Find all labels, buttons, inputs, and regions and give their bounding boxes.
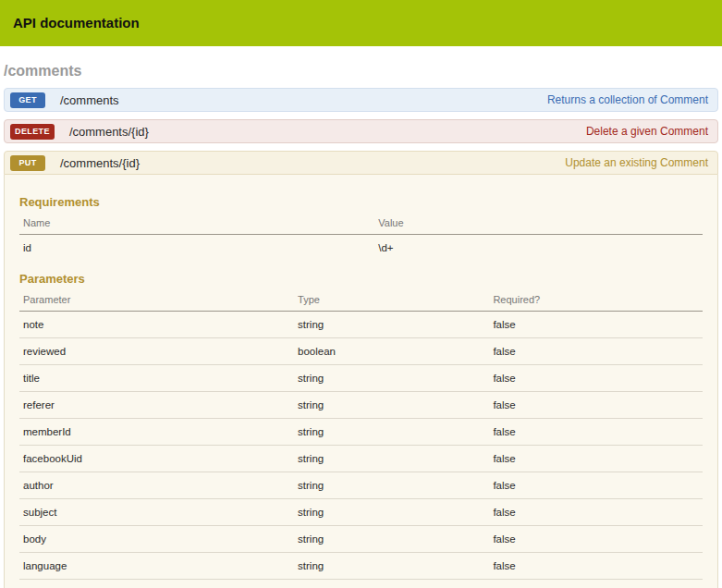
parameter-row: subject string false <box>19 499 703 526</box>
parameter-name: reviewed <box>19 338 294 365</box>
resource-section-title: /comments <box>4 63 718 80</box>
content-area: /comments GET /comments Returns a collec… <box>0 63 722 588</box>
operation-get-comments: GET /comments Returns a collection of Co… <box>4 88 718 112</box>
parameter-required: false <box>489 472 703 499</box>
parameter-required: false <box>489 392 703 419</box>
parameter-type: string <box>294 446 489 472</box>
parameters-col-type: Type <box>294 288 489 312</box>
parameters-col-parameter: Parameter <box>19 288 294 312</box>
parameter-required: false <box>489 526 703 553</box>
requirement-value: \d+ <box>374 235 703 262</box>
app-header: API documentation <box>0 0 722 46</box>
operation-detail-panel: Requirements Name Value id \d+ Parameter… <box>4 175 718 588</box>
http-method-badge-delete: DELETE <box>10 124 55 140</box>
page-title: API documentation <box>13 15 709 31</box>
parameter-name: staffId <box>19 580 294 588</box>
requirements-heading: Requirements <box>19 195 703 209</box>
parameter-required: false <box>489 338 703 365</box>
parameter-type: string <box>294 499 489 526</box>
parameter-required: false <box>489 365 703 392</box>
operation-put-comment: PUT /comments/{id} Update an existing Co… <box>4 151 718 588</box>
parameter-row: staffId string false <box>19 580 703 588</box>
operation-header-put[interactable]: PUT /comments/{id} Update an existing Co… <box>4 151 718 175</box>
parameter-type: boolean <box>294 338 489 365</box>
operation-description-link-delete[interactable]: Delete a given Comment <box>586 125 708 138</box>
parameter-type: string <box>294 526 489 553</box>
parameter-row: language string false <box>19 553 703 580</box>
parameter-row: note string false <box>19 312 703 338</box>
operation-path-put: /comments/{id} <box>60 156 140 170</box>
parameter-row: referer string false <box>19 392 703 419</box>
parameter-row: facebookUid string false <box>19 446 703 472</box>
requirements-col-value: Value <box>374 211 703 235</box>
parameter-name: facebookUid <box>19 446 294 472</box>
parameter-row: reviewed boolean false <box>19 338 703 365</box>
parameter-row: memberId string false <box>19 419 703 446</box>
operation-delete-comment: DELETE /comments/{id} Delete a given Com… <box>4 119 718 143</box>
parameter-type: string <box>294 580 489 588</box>
parameters-table: Parameter Type Required? note string fal… <box>19 288 703 588</box>
parameter-name: note <box>19 312 294 338</box>
parameter-required: false <box>489 580 703 588</box>
requirements-table: Name Value id \d+ <box>19 211 703 261</box>
operation-path-delete: /comments/{id} <box>69 125 149 139</box>
parameter-type: string <box>294 312 489 338</box>
parameter-row: body string false <box>19 526 703 553</box>
requirement-row: id \d+ <box>19 235 703 262</box>
parameter-name: memberId <box>19 419 294 446</box>
operation-description-link-get[interactable]: Returns a collection of Comment <box>547 93 708 106</box>
parameter-row: title string false <box>19 365 703 392</box>
requirements-header-row: Name Value <box>19 211 703 235</box>
parameter-name: title <box>19 365 294 392</box>
parameter-required: false <box>489 553 703 580</box>
operation-path-get: /comments <box>60 93 119 107</box>
parameter-name: author <box>19 472 294 499</box>
requirements-col-name: Name <box>19 211 374 235</box>
parameter-row: author string false <box>19 472 703 499</box>
operation-header-get[interactable]: GET /comments Returns a collection of Co… <box>4 88 718 112</box>
parameter-type: string <box>294 472 489 499</box>
parameter-type: string <box>294 392 489 419</box>
parameter-type: string <box>294 419 489 446</box>
parameter-required: false <box>489 312 703 338</box>
parameter-type: string <box>294 553 489 580</box>
operation-header-delete[interactable]: DELETE /comments/{id} Delete a given Com… <box>4 119 718 143</box>
parameter-required: false <box>489 446 703 472</box>
parameter-name: language <box>19 553 294 580</box>
parameter-required: false <box>489 499 703 526</box>
parameter-required: false <box>489 419 703 446</box>
operation-description-link-put[interactable]: Update an existing Comment <box>565 156 708 169</box>
http-method-badge-put: PUT <box>10 155 45 171</box>
parameter-type: string <box>294 365 489 392</box>
parameters-heading: Parameters <box>19 272 703 286</box>
parameters-header-row: Parameter Type Required? <box>19 288 703 312</box>
parameter-name: referer <box>19 392 294 419</box>
parameters-col-required: Required? <box>489 288 703 312</box>
parameters-table-body: note string false reviewed boolean false… <box>19 312 703 588</box>
requirement-name: id <box>19 235 374 262</box>
parameter-name: body <box>19 526 294 553</box>
parameter-name: subject <box>19 499 294 526</box>
http-method-badge-get: GET <box>10 92 45 108</box>
